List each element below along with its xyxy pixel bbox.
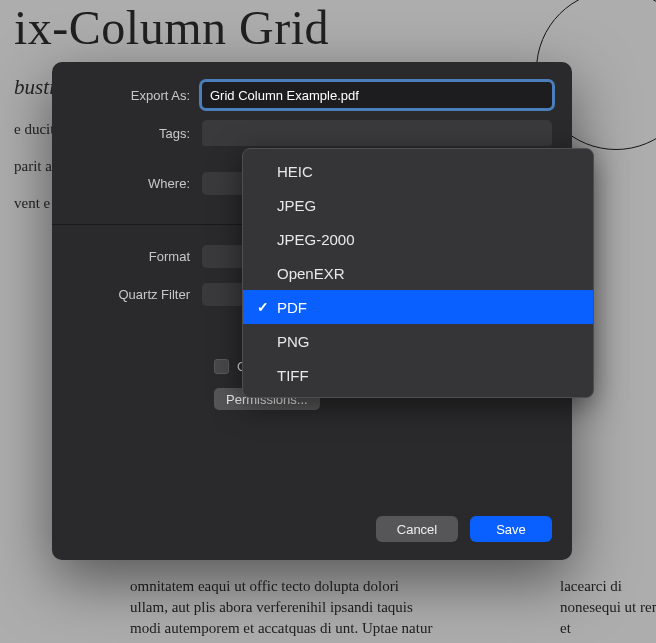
format-dropdown: ✓HEIC✓JPEG✓JPEG-2000✓OpenEXR✓PDF✓PNG✓TIF… bbox=[242, 148, 594, 398]
format-option-label: JPEG-2000 bbox=[277, 231, 355, 248]
format-option-openexr[interactable]: ✓OpenEXR bbox=[243, 256, 593, 290]
format-option-jpeg2000[interactable]: ✓JPEG-2000 bbox=[243, 222, 593, 256]
cancel-button[interactable]: Cancel bbox=[376, 516, 458, 542]
tags-field[interactable] bbox=[202, 120, 552, 146]
format-option-label: PDF bbox=[277, 299, 307, 316]
format-option-label: TIFF bbox=[277, 367, 309, 384]
export-dialog: Export As: Tags: Where: Format Quar bbox=[52, 62, 572, 560]
linearized-checkbox[interactable] bbox=[214, 359, 229, 374]
format-option-tiff[interactable]: ✓TIFF bbox=[243, 358, 593, 392]
format-option-label: JPEG bbox=[277, 197, 316, 214]
checkmark-icon: ✓ bbox=[257, 299, 277, 315]
filename-input[interactable] bbox=[202, 82, 552, 108]
format-option-heic[interactable]: ✓HEIC bbox=[243, 154, 593, 188]
tags-label: Tags: bbox=[72, 126, 202, 141]
save-button[interactable]: Save bbox=[470, 516, 552, 542]
format-option-label: PNG bbox=[277, 333, 310, 350]
format-option-label: OpenEXR bbox=[277, 265, 345, 282]
export-as-label: Export As: bbox=[72, 88, 202, 103]
dialog-buttons: Cancel Save bbox=[376, 516, 552, 542]
format-label: Format bbox=[72, 249, 202, 264]
format-option-label: HEIC bbox=[277, 163, 313, 180]
format-option-png[interactable]: ✓PNG bbox=[243, 324, 593, 358]
where-label: Where: bbox=[72, 176, 202, 191]
quartz-filter-label: Quartz Filter bbox=[72, 287, 202, 302]
format-option-pdf[interactable]: ✓PDF bbox=[243, 290, 593, 324]
format-option-jpeg[interactable]: ✓JPEG bbox=[243, 188, 593, 222]
